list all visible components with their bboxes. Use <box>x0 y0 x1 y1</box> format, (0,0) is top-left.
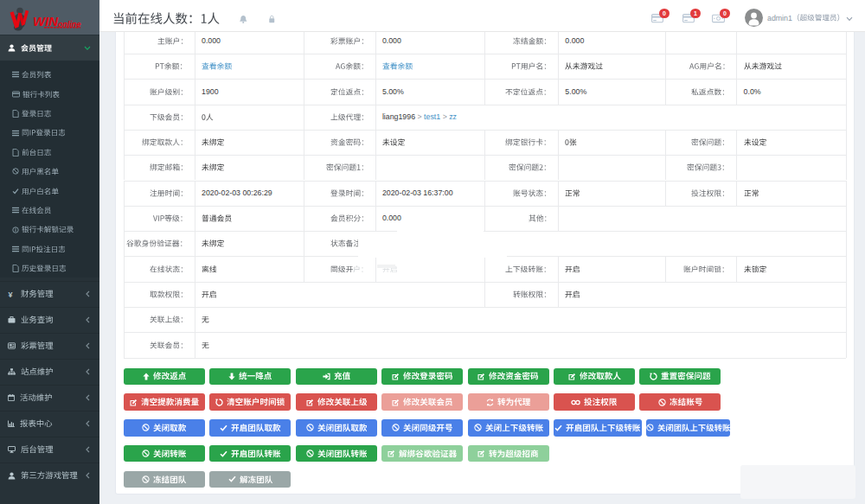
svg-text:WIN: WIN <box>33 14 59 29</box>
svg-text:¥: ¥ <box>9 290 13 298</box>
